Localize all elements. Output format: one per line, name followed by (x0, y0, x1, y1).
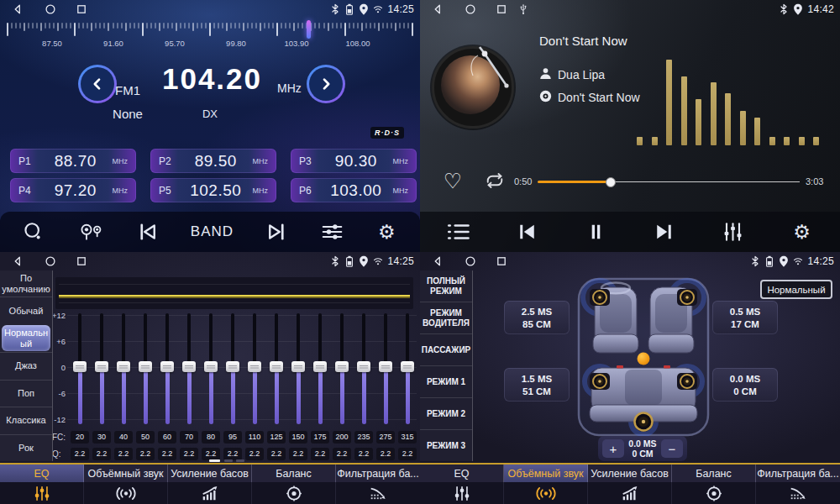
eq-band-slider[interactable] (267, 313, 286, 427)
slider-handle[interactable] (248, 361, 261, 372)
slider-handle[interactable] (139, 361, 152, 372)
rear-right-delay[interactable]: 0.0 MS 0 CM (712, 368, 778, 402)
audio-tab[interactable]: Фильтрация ба... (756, 465, 840, 504)
front-right-delay[interactable]: 0.5 MS 17 CM (712, 301, 778, 334)
recents-icon[interactable] (76, 255, 87, 267)
home-icon[interactable] (45, 255, 56, 267)
eq-band-slider[interactable] (333, 313, 351, 427)
favorite-icon[interactable]: ♡ (442, 170, 464, 192)
tuning-pointer[interactable] (307, 20, 311, 39)
slider-handle[interactable] (357, 361, 370, 372)
q-value[interactable]: 2.2 (311, 448, 329, 460)
position-preset-button[interactable]: Нормальный (760, 280, 832, 299)
radio-preset-button[interactable]: P6103.00MHz (291, 178, 417, 202)
increase-button[interactable]: + (602, 439, 624, 458)
fc-value[interactable]: 70 (180, 431, 198, 444)
eq-preset-item[interactable]: Джаз (0, 352, 52, 379)
home-icon[interactable] (465, 3, 476, 15)
eq-band-slider[interactable] (245, 313, 264, 427)
fc-value[interactable]: 20 (71, 431, 89, 444)
previous-station-icon[interactable] (136, 222, 159, 242)
q-value[interactable]: 2.2 (376, 448, 395, 460)
q-value[interactable]: 2.2 (333, 448, 351, 460)
slider-handle[interactable] (95, 361, 108, 372)
q-value[interactable]: 2.2 (92, 448, 111, 460)
fc-value[interactable]: 200 (333, 431, 351, 444)
sound-mode-item[interactable]: ПАССАЖИР (420, 333, 472, 365)
q-value[interactable]: 2.2 (71, 448, 89, 460)
q-value[interactable]: 2.2 (289, 448, 307, 460)
fc-value[interactable]: 275 (376, 431, 395, 444)
back-icon[interactable] (12, 3, 24, 15)
radio-preset-button[interactable]: P5102.50MHz (150, 178, 276, 202)
q-value[interactable]: 2.2 (202, 448, 220, 460)
audio-tab[interactable]: Объёмный звук (84, 465, 168, 504)
playlist-icon[interactable] (447, 222, 470, 242)
sound-mode-item[interactable]: РЕЖИМ 1 (420, 365, 472, 397)
audio-tab[interactable]: EQ (0, 465, 84, 504)
home-icon[interactable] (465, 255, 476, 267)
eq-band-slider[interactable] (398, 313, 417, 427)
pause-icon[interactable] (585, 222, 607, 242)
back-icon[interactable] (12, 255, 24, 267)
recents-icon[interactable] (76, 3, 87, 15)
slider-handle[interactable] (160, 361, 174, 372)
fc-value[interactable]: 80 (202, 431, 220, 444)
audio-tab[interactable]: Фильтрация ба... (336, 465, 420, 504)
q-value[interactable]: 2.2 (245, 448, 264, 460)
repeat-icon[interactable] (484, 171, 506, 190)
previous-track-icon[interactable] (516, 222, 538, 242)
recents-icon[interactable] (496, 255, 507, 267)
slider-handle[interactable] (401, 361, 414, 372)
q-value[interactable]: 2.2 (136, 448, 155, 460)
eq-band-slider[interactable] (114, 313, 133, 427)
next-station-icon[interactable] (265, 222, 288, 242)
audio-tab[interactable]: Баланс (252, 465, 336, 504)
fc-value[interactable]: 175 (311, 431, 329, 444)
fc-value[interactable]: 60 (158, 431, 176, 444)
fc-value[interactable]: 95 (223, 431, 242, 444)
audio-tab[interactable]: Усиление басов (588, 465, 672, 504)
q-value[interactable]: 2.2 (223, 448, 242, 460)
gear-icon[interactable]: ⚙ (375, 222, 398, 242)
eq-band-slider[interactable] (311, 313, 329, 427)
eq-preset-item[interactable]: Нормальный (2, 325, 50, 351)
scan-icon[interactable] (22, 222, 45, 242)
fc-value[interactable]: 50 (136, 431, 155, 444)
eq-band-slider[interactable] (180, 313, 198, 427)
sound-mode-item[interactable]: РЕЖИМ 3 (420, 429, 472, 461)
eq-preset-item[interactable]: Классика (0, 407, 52, 433)
audio-tab[interactable]: Баланс (672, 465, 756, 504)
band-button[interactable]: BAND (191, 223, 234, 240)
fc-value[interactable]: 110 (245, 431, 264, 444)
slider-handle[interactable] (379, 361, 392, 372)
eq-band-slider[interactable] (376, 313, 395, 427)
seek-bar[interactable] (538, 176, 800, 187)
back-icon[interactable] (432, 255, 444, 267)
radio-preset-button[interactable]: P390.30MHz (291, 149, 417, 173)
q-value[interactable]: 2.2 (180, 448, 198, 460)
fc-value[interactable]: 40 (114, 431, 133, 444)
fc-value[interactable]: 150 (289, 431, 307, 444)
next-track-icon[interactable] (653, 222, 675, 242)
q-value[interactable]: 2.2 (158, 448, 176, 460)
back-icon[interactable] (432, 3, 444, 15)
slider-handle[interactable] (335, 361, 349, 372)
seek-up-button[interactable] (307, 65, 345, 103)
tuning-scale[interactable] (0, 23, 420, 38)
gear-icon[interactable]: ⚙ (790, 222, 813, 242)
slider-handle[interactable] (226, 361, 239, 372)
fc-value[interactable]: 315 (398, 431, 417, 444)
fc-value[interactable]: 235 (354, 431, 373, 444)
eq-band-slider[interactable] (202, 313, 220, 427)
sliders-icon[interactable] (321, 222, 344, 242)
audio-tab[interactable]: EQ (420, 465, 504, 504)
equalizer-icon[interactable] (722, 222, 744, 242)
radio-preset-button[interactable]: P497.20MHz (10, 178, 136, 202)
slider-handle[interactable] (182, 361, 196, 372)
eq-band-slider[interactable] (92, 313, 111, 427)
eq-preset-item[interactable]: Рок (0, 434, 52, 461)
fc-value[interactable]: 125 (267, 431, 286, 444)
audio-tab[interactable]: Объёмный звук (504, 465, 588, 504)
slider-handle[interactable] (270, 361, 283, 372)
